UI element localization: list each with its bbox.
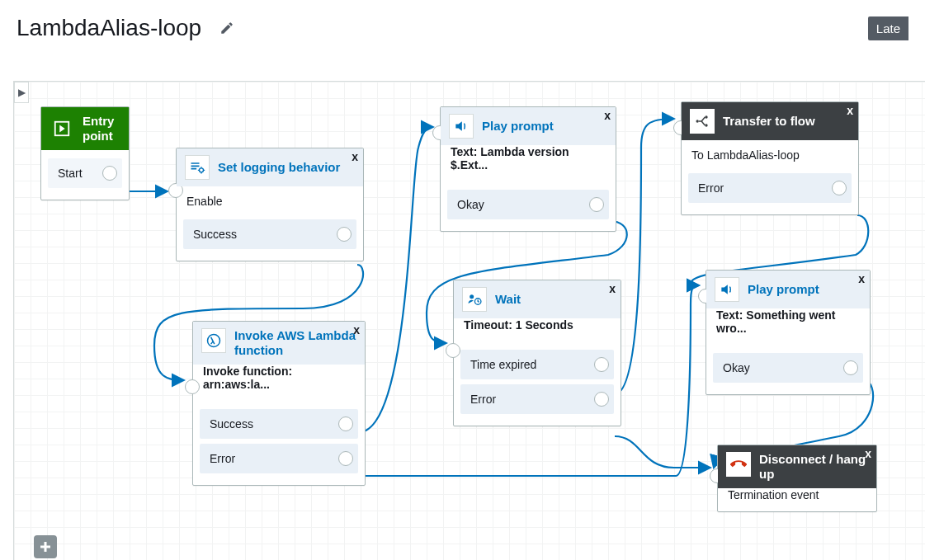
node-body-text: Termination event — [718, 488, 876, 511]
node-invoke-lambda[interactable]: Invoke AWS Lambdafunction x Invoke funct… — [192, 321, 366, 486]
node-play-prompt-1[interactable]: Play prompt x Text: Lambda version $.Ext… — [440, 106, 616, 232]
node-disconnect[interactable]: Disconnect / hangup x Termination event — [717, 445, 877, 512]
entry-icon — [50, 116, 74, 141]
out-error[interactable]: Error — [460, 384, 614, 414]
svg-point-1 — [200, 168, 204, 172]
out-start[interactable]: Start — [48, 158, 122, 188]
branch-icon — [690, 109, 715, 134]
connector-port[interactable] — [338, 451, 353, 466]
collapse-sidebar-button[interactable]: ▶ — [14, 82, 29, 103]
node-header[interactable]: Play prompt x — [706, 271, 870, 308]
hangup-icon — [726, 452, 751, 477]
out-error[interactable]: Error — [688, 173, 852, 203]
connector-port[interactable] — [589, 197, 604, 212]
close-icon[interactable]: x — [604, 109, 611, 122]
node-header[interactable]: Play prompt x — [441, 107, 616, 145]
close-icon[interactable]: x — [609, 282, 616, 295]
svg-point-2 — [208, 335, 220, 347]
close-icon[interactable]: x — [858, 272, 865, 285]
node-entry-point[interactable]: Entrypoint Start — [40, 106, 130, 200]
svg-point-7 — [705, 124, 707, 126]
lambda-icon — [201, 328, 226, 353]
zoom-in-button[interactable] — [34, 535, 57, 558]
node-header[interactable]: Set logging behavior x — [177, 148, 363, 186]
svg-point-3 — [470, 294, 474, 299]
node-wait[interactable]: Wait x Timeout: 1 Seconds Time expired E… — [453, 280, 621, 426]
node-body-text: Text: Something went wro... — [706, 308, 870, 345]
svg-point-5 — [696, 120, 699, 122]
out-error[interactable]: Error — [200, 444, 358, 473]
node-header[interactable]: Wait x — [454, 280, 621, 318]
plus-icon — [38, 539, 53, 554]
connector-port[interactable] — [594, 357, 609, 372]
out-time-expired[interactable]: Time expired — [460, 350, 614, 379]
node-play-prompt-2[interactable]: Play prompt x Text: Something went wro..… — [706, 270, 871, 395]
node-header[interactable]: Disconnect / hangup x — [718, 445, 876, 488]
edit-title-button[interactable] — [216, 17, 238, 39]
node-body-text: Invoke function: arn:aws:la... — [193, 365, 365, 401]
close-icon[interactable]: x — [352, 150, 358, 163]
node-body-text: To LambdaAlias-loop — [682, 140, 858, 165]
flow-canvas[interactable]: ▶ Entrypoint — [13, 81, 925, 560]
connector-port[interactable] — [337, 227, 352, 242]
connector-port[interactable] — [446, 343, 460, 358]
connector-port[interactable] — [338, 416, 353, 431]
out-success[interactable]: Success — [200, 409, 358, 439]
flow-title: LambdaAlias-loop — [17, 15, 201, 41]
close-icon[interactable]: x — [865, 447, 871, 460]
node-body-text: Enable — [177, 186, 363, 211]
chevron-right-icon: ▶ — [18, 87, 26, 98]
close-icon[interactable]: x — [847, 104, 853, 117]
node-transfer-to-flow[interactable]: Transfer to flow x To LambdaAlias-loop E… — [681, 101, 859, 215]
page-header: LambdaAlias-loop Late — [0, 0, 925, 41]
node-header[interactable]: Entrypoint — [41, 107, 129, 150]
connector-port[interactable] — [185, 379, 200, 394]
connector-port[interactable] — [832, 181, 847, 195]
node-header[interactable]: Invoke AWS Lambdafunction x — [193, 322, 365, 365]
node-body-text: Timeout: 1 Seconds — [454, 318, 621, 341]
close-icon[interactable]: x — [353, 323, 360, 336]
node-header[interactable]: Transfer to flow x — [682, 102, 858, 140]
speaker-icon — [449, 114, 474, 139]
status-button[interactable]: Late — [868, 16, 908, 40]
connector-port[interactable] — [843, 360, 858, 375]
out-okay[interactable]: Okay — [447, 190, 609, 219]
user-clock-icon — [462, 287, 487, 312]
out-success[interactable]: Success — [183, 219, 356, 249]
node-set-logging-behavior[interactable]: Set logging behavior x Enable Success — [176, 148, 364, 261]
pencil-icon — [219, 21, 234, 35]
list-gear-icon — [185, 155, 210, 180]
speaker-icon — [715, 277, 739, 302]
connector-port[interactable] — [102, 166, 117, 181]
connector-port[interactable] — [594, 392, 609, 407]
out-okay[interactable]: Okay — [713, 353, 863, 383]
node-body-text: Text: Lambda version $.Ext... — [441, 145, 616, 181]
svg-point-6 — [705, 115, 707, 118]
